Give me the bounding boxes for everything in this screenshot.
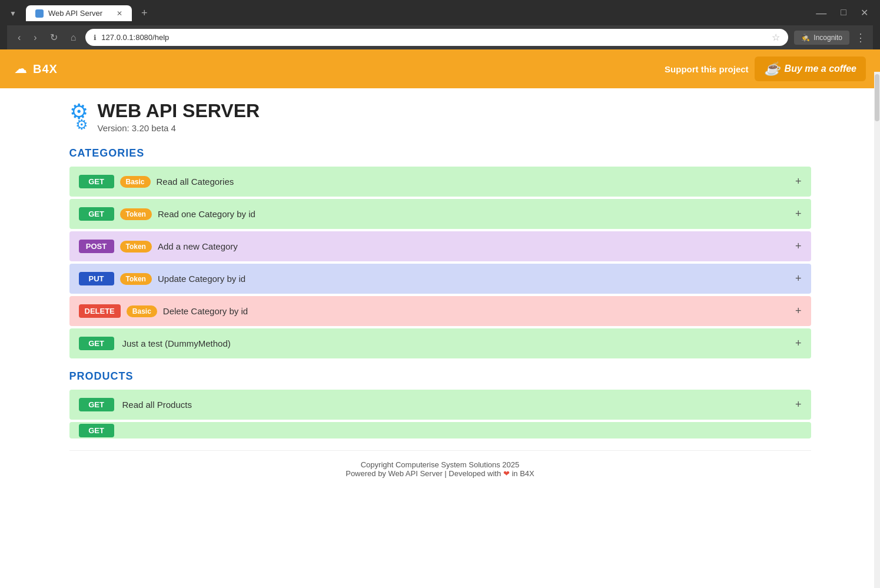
bookmark-icon[interactable]: ☆ xyxy=(772,32,780,43)
page-footer: Copyright Computerise System Solutions 2… xyxy=(69,450,811,487)
categories-title: CATEGORIES xyxy=(69,147,811,160)
cloud-icon: ☁ xyxy=(14,61,27,77)
auth-badge-token: Token xyxy=(120,273,152,285)
expand-icon[interactable]: + xyxy=(795,305,802,317)
api-row[interactable]: GET Token Read one Category by id + xyxy=(69,199,811,229)
address-bar[interactable]: 127.0.0.1:8080/help xyxy=(101,33,767,42)
main-content: ⚙ ⚙ WEB API SERVER Version: 3.20 beta 4 … xyxy=(52,88,829,499)
window-close-button[interactable]: ✕ xyxy=(856,7,873,19)
method-badge-get: GET xyxy=(79,424,114,437)
method-badge-post: POST xyxy=(79,240,114,253)
heart-icon: ❤ xyxy=(503,469,512,478)
api-row[interactable]: GET Read all Products + xyxy=(69,390,811,420)
auth-badge-token: Token xyxy=(120,208,152,220)
app-logo: ☁ B4X xyxy=(14,61,58,77)
app-name: B4X xyxy=(33,62,58,76)
tab-title: Web API Server xyxy=(48,9,102,18)
new-tab-button[interactable]: + xyxy=(137,5,152,22)
method-badge-get: GET xyxy=(79,207,114,221)
api-row[interactable]: POST Token Add a new Category + xyxy=(69,231,811,261)
back-button[interactable]: ‹ xyxy=(14,31,24,44)
api-description: Read all Products xyxy=(122,400,802,410)
categories-section: CATEGORIES GET Basic Read all Categories… xyxy=(69,147,811,358)
scrollbar-thumb[interactable] xyxy=(875,74,879,121)
reload-button[interactable]: ↻ xyxy=(47,31,61,44)
method-badge-get: GET xyxy=(79,337,114,350)
expand-icon[interactable]: + xyxy=(795,337,802,350)
method-badge-put: PUT xyxy=(79,272,114,285)
gear-icon-group: ⚙ ⚙ xyxy=(69,101,88,132)
api-description: Read one Category by id xyxy=(158,209,802,219)
page-version: Version: 3.20 beta 4 xyxy=(98,123,260,133)
expand-icon[interactable]: + xyxy=(795,398,802,411)
home-button[interactable]: ⌂ xyxy=(67,31,80,44)
api-row[interactable]: GET xyxy=(69,422,811,438)
api-description: Delete Category by id xyxy=(163,306,802,316)
api-row[interactable]: DELETE Basic Delete Category by id + xyxy=(69,296,811,326)
api-row[interactable]: GET Basic Read all Categories + xyxy=(69,167,811,197)
api-description: Add a new Category xyxy=(158,241,802,251)
auth-badge-basic: Basic xyxy=(120,176,151,188)
method-badge-get: GET xyxy=(79,175,114,188)
products-list: GET Read all Products + GET xyxy=(69,390,811,438)
scrollbar[interactable] xyxy=(874,72,880,588)
window-minimize-button[interactable]: — xyxy=(811,7,831,19)
method-badge-get: GET xyxy=(79,398,114,411)
method-badge-delete: DELETE xyxy=(79,304,121,318)
expand-icon[interactable]: + xyxy=(795,208,802,220)
expand-icon[interactable]: + xyxy=(795,175,802,188)
products-title: PRODUCTS xyxy=(69,370,811,383)
gear-small-icon: ⚙ xyxy=(75,118,88,132)
security-icon: ℹ xyxy=(94,34,97,42)
browser-tab[interactable]: Web API Server ✕ xyxy=(26,5,132,21)
coffee-label: Buy me a coffee xyxy=(785,64,856,74)
products-section: PRODUCTS GET Read all Products + GET xyxy=(69,370,811,438)
api-description: Just a test (DummyMethod) xyxy=(122,338,802,348)
support-section: Support this project ☕ Buy me a coffee xyxy=(665,57,866,81)
categories-list: GET Basic Read all Categories + GET Toke… xyxy=(69,167,811,358)
footer-pre: Powered by Web API Server | Developed wi… xyxy=(346,469,501,478)
dropdown-icon[interactable]: ▼ xyxy=(7,7,19,20)
footer-line1: Copyright Computerise System Solutions 2… xyxy=(79,460,802,469)
tab-favicon xyxy=(35,9,44,18)
coffee-icon: ☕ xyxy=(764,61,780,77)
footer-line2: Powered by Web API Server | Developed wi… xyxy=(79,469,802,478)
auth-badge-basic: Basic xyxy=(127,305,157,317)
page-header: ⚙ ⚙ WEB API SERVER Version: 3.20 beta 4 xyxy=(69,100,811,133)
browser-menu-button[interactable]: ⋮ xyxy=(855,31,866,44)
tab-close-button[interactable]: ✕ xyxy=(117,9,122,18)
footer-post: in B4X xyxy=(512,469,534,478)
api-description: Update Category by id xyxy=(158,274,802,284)
api-row[interactable]: GET Just a test (DummyMethod) + xyxy=(69,328,811,358)
auth-badge-token: Token xyxy=(120,241,152,253)
coffee-button[interactable]: ☕ Buy me a coffee xyxy=(755,57,866,81)
page-title: WEB API SERVER xyxy=(98,100,260,122)
api-row[interactable]: PUT Token Update Category by id + xyxy=(69,264,811,294)
api-description: Read all Categories xyxy=(157,177,802,187)
support-text: Support this project xyxy=(665,64,749,74)
incognito-icon: 🕵 xyxy=(801,34,810,42)
app-header: ☁ B4X Support this project ☕ Buy me a co… xyxy=(0,49,880,88)
forward-button[interactable]: › xyxy=(30,31,40,44)
expand-icon[interactable]: + xyxy=(795,273,802,285)
incognito-button[interactable]: 🕵 Incognito xyxy=(794,31,849,45)
expand-icon[interactable]: + xyxy=(795,240,802,253)
window-maximize-button[interactable]: □ xyxy=(836,7,851,19)
